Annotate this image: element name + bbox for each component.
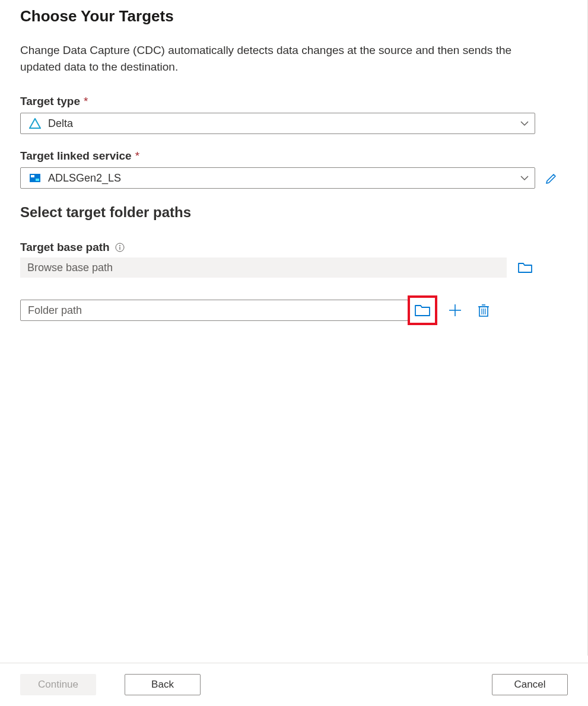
highlighted-browse-wrapper [408, 295, 437, 325]
target-linked-service-label-text: Target linked service [20, 150, 132, 163]
target-base-path-label-text: Target base path [20, 241, 110, 254]
target-base-path-field: Target base path [20, 241, 567, 278]
target-linked-service-value: ADLSGen2_LS [48, 172, 520, 185]
back-button[interactable]: Back [125, 674, 201, 695]
edit-linked-service-button[interactable] [543, 170, 560, 186]
svg-rect-1 [31, 175, 34, 177]
cancel-button[interactable]: Cancel [492, 674, 568, 695]
target-base-path-input[interactable] [20, 257, 507, 278]
continue-button: Continue [20, 674, 96, 695]
target-linked-service-select[interactable]: ADLSGen2_LS [20, 167, 535, 189]
chevron-down-icon [520, 174, 529, 182]
svg-rect-5 [119, 247, 120, 250]
add-folder-path-button[interactable] [447, 303, 463, 318]
section-title: Select target folder paths [20, 204, 567, 221]
target-type-value: Delta [48, 117, 520, 130]
folder-path-row [20, 295, 567, 325]
target-type-field: Target type * Delta [20, 95, 567, 134]
page-description: Change Data Capture (CDC) automatically … [20, 42, 542, 75]
target-type-select[interactable]: Delta [20, 113, 535, 134]
target-linked-service-field: Target linked service * ADLSGen2_LS [20, 150, 567, 189]
svg-rect-2 [36, 179, 39, 181]
browse-folder-path-button[interactable] [415, 303, 430, 318]
chevron-down-icon [520, 119, 529, 128]
svg-point-4 [119, 245, 120, 246]
delta-icon [29, 117, 41, 129]
browse-base-path-button[interactable] [517, 260, 533, 275]
required-indicator: * [135, 150, 139, 163]
target-linked-service-label: Target linked service * [20, 150, 567, 163]
linked-service-icon [29, 172, 41, 184]
targets-panel: Choose Your Targets Change Data Capture … [0, 0, 588, 656]
footer-bar: Continue Back Cancel [0, 663, 588, 706]
delete-folder-path-button[interactable] [476, 303, 491, 318]
folder-path-input[interactable] [20, 300, 408, 321]
info-icon[interactable] [115, 242, 125, 253]
target-base-path-label: Target base path [20, 241, 567, 254]
target-type-label: Target type * [20, 95, 567, 108]
target-type-label-text: Target type [20, 95, 80, 108]
required-indicator: * [84, 95, 88, 108]
page-title: Choose Your Targets [20, 7, 567, 26]
